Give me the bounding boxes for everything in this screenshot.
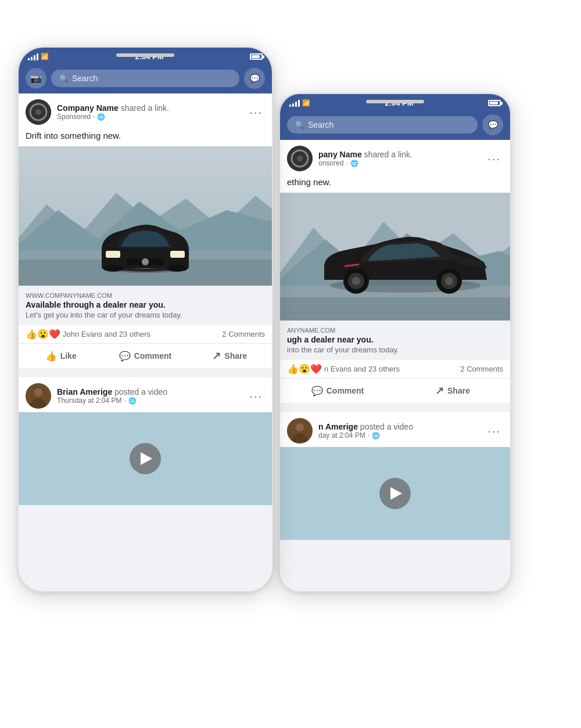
svg-point-32 [167,265,188,272]
feed-1: Company Name shared a link. Sponsored · … [19,93,272,591]
play-triangle-1 [141,452,152,465]
post-sub-1: Sponsored · 🌐 [57,113,241,121]
company-avatar-1 [26,99,51,125]
phone-1: 📶 2:04 PM 📷 🔍 Search [17,46,273,592]
post-name-1: Company Name shared a link. [57,103,241,113]
share-icon-1: ↗ [212,349,221,362]
comment-button-phone2[interactable]: 💬 Comment [280,380,395,402]
post-text-1: Drift into something new. [19,128,272,146]
post-meta-2-phone2: n Amerige posted a video day at 2:04 PM … [318,422,479,439]
reactions-row-1: 👍 😮 ❤️ John Evans and 23 others 2 Commen… [19,325,272,344]
phone-notch-1 [116,53,174,57]
fb-navbar-2: 🔍 Search 💬 [280,110,510,140]
globe-icon-2: 🌐 [128,397,137,405]
company-avatar-2 [287,146,313,171]
like-label-1: Like [60,351,77,361]
share-button-phone2[interactable]: ↗ Share [395,380,510,402]
svg-point-2 [297,156,303,161]
reactions-row-phone2: 👍 😮 ❤️ n Evans and 23 others 2 Comments [280,360,510,379]
wifi-icon-1: 📶 [41,53,49,60]
globe-icon-1: 🌐 [97,113,105,121]
globe-icon-1-phone2: 🌐 [350,160,358,167]
share-button-1[interactable]: ↗ Share [188,345,272,367]
like-reaction-1: 👍 [26,329,37,340]
link-desc-phone2: into the car of your dreams today. [287,345,503,354]
like-icon-1: 👍 [45,351,57,362]
svg-point-30 [142,258,149,265]
battery-icon-1 [250,53,263,60]
feed-2: pany Name shared a link. onsored · 🌐 ···… [280,140,510,591]
search-icon-2: 🔍 [295,121,304,129]
post-more-1-phone2[interactable]: ··· [485,150,503,168]
status-left-1: 📶 [28,53,49,60]
scene: 📶 2:04 PM 🔍 Search 💬 [0,0,581,728]
like-button-1[interactable]: 👍 Like [19,345,103,367]
link-desc-1: Let's get you into the car of your dream… [26,311,265,319]
messenger-button-1[interactable]: 💬 [244,68,265,89]
love-reaction-phone2: ❤️ [310,363,322,374]
svg-point-17 [296,423,304,431]
post-name-2-phone2: n Amerige posted a video [318,422,479,431]
link-domain-phone2: ANYNAME.COM [287,327,503,334]
svg-point-34 [34,388,42,397]
post-sub-2-phone2: day at 2:04 PM · 🌐 [318,431,479,439]
like-reaction-phone2: 👍 [287,363,299,374]
link-title-1: Available through a dealer near you. [26,300,265,309]
camera-icon-1: 📷 [30,73,42,84]
video-thumbnail-phone2[interactable] [280,447,510,540]
share-label-phone2: Share [447,386,470,395]
messenger-icon-2: 💬 [488,120,498,129]
phone-notch-2 [366,100,424,103]
post-sub-2: Thursday at 2:04 PM · 🌐 [57,397,241,405]
video-thumbnail-1[interactable] [19,412,272,505]
comment-label-1: Comment [134,351,172,361]
comment-icon-1: 💬 [119,351,131,362]
post-action-1-phone2: shared a link. [364,150,413,159]
share-label-1: Share [224,351,247,361]
post-card-1-phone2: pany Name shared a link. onsored · 🌐 ···… [280,140,510,403]
svg-rect-27 [106,251,120,258]
play-button-1[interactable] [130,443,161,474]
comments-count-phone2: 2 Comments [460,365,503,373]
post-more-1[interactable]: ··· [247,103,265,121]
reactions-text-1: John Evans and 23 others [63,330,150,338]
post-meta-2: Brian Amerige posted a video Thursday at… [57,387,241,405]
messenger-button-2[interactable]: 💬 [482,114,503,135]
reactions-text-phone2: n Evans and 23 others [324,365,400,373]
signal-icon-2 [289,100,300,107]
wow-reaction-1: 😮 [37,329,49,340]
battery-icon-2 [488,100,501,106]
post-more-2[interactable]: ··· [247,387,265,405]
post-meta-1: Company Name shared a link. Sponsored · … [57,103,241,121]
camera-button-1[interactable]: 📷 [26,68,46,89]
post-name-1-phone2: pany Name shared a link. [318,150,479,159]
post-card-1: Company Name shared a link. Sponsored · … [19,93,272,368]
post-name-2: Brian Amerige posted a video [57,387,241,397]
link-preview-1: WWW.COMPANYNAME.COM Available through a … [19,286,272,325]
play-button-phone2[interactable] [379,478,411,509]
post-card-2: Brian Amerige posted a video Thursday at… [19,373,272,505]
reactions-left-phone2: 👍 😮 ❤️ n Evans and 23 others [287,363,400,374]
search-bar-1[interactable]: 🔍 Search [51,70,239,87]
search-bar-2[interactable]: 🔍 Search [287,116,478,134]
reaction-emojis-1: 👍 😮 ❤️ [26,329,60,340]
post-more-2-phone2[interactable]: ··· [485,422,503,440]
link-preview-phone2: ANYNAME.COM ugh a dealer near you. into … [280,320,510,360]
post-card-2-phone2: n Amerige posted a video day at 2:04 PM … [280,408,510,540]
post-image-1 [19,146,272,286]
comment-icon-phone2: 💬 [311,385,323,397]
status-right-1 [250,53,263,60]
post-text-1-phone2: ething new. [280,175,510,193]
svg-point-12 [352,277,360,285]
search-placeholder-2: Search [308,120,333,129]
svg-rect-28 [170,251,185,258]
actions-row-1: 👍 Like 💬 Comment ↗ Share [19,344,272,368]
play-triangle-phone2 [390,487,402,500]
post-header-2-phone2: n Amerige posted a video day at 2:04 PM … [280,412,510,447]
link-title-phone2: ugh a dealer near you. [287,335,503,344]
love-reaction-1: ❤️ [49,329,60,340]
comment-button-1[interactable]: 💬 Comment [103,345,187,367]
fb-navbar-1: 📷 🔍 Search 💬 [19,63,272,93]
post-sub-1-phone2: onsored · 🌐 [318,159,479,167]
post-meta-1-phone2: pany Name shared a link. onsored · 🌐 [318,150,479,167]
